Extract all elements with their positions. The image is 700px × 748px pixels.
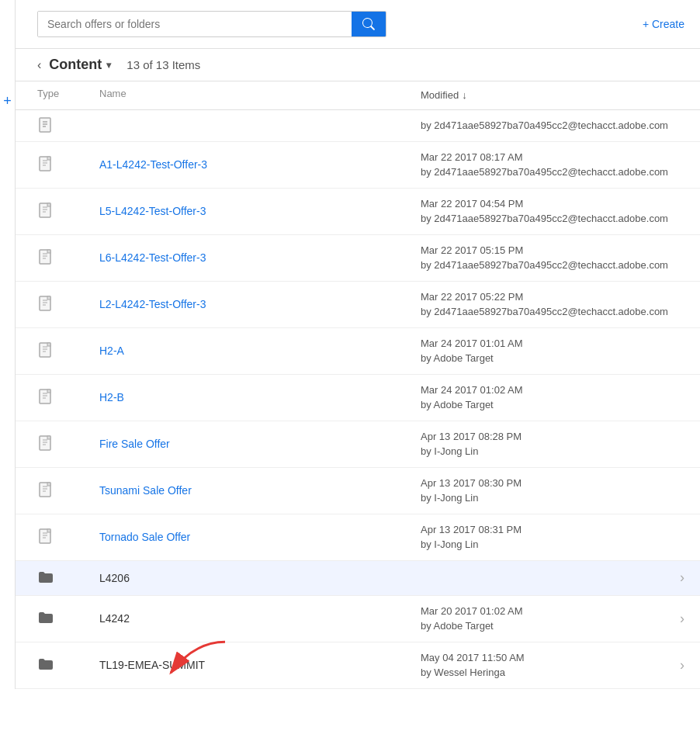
svg-rect-0 <box>40 118 50 132</box>
svg-rect-28 <box>47 343 50 346</box>
row-name[interactable]: Tsunami Sale Offer <box>99 484 421 497</box>
row-modified-by: by Adobe Target <box>421 351 669 366</box>
row-modified: Mar 22 2017 05:22 PM by 2d471aae58927ba7… <box>421 289 669 320</box>
row-modified-by: by Wessel Heringa <box>421 665 669 680</box>
row-name[interactable]: L4242 <box>99 612 421 625</box>
row-modified: Mar 22 2017 05:15 PM by 2d471aae58927ba7… <box>421 243 669 273</box>
row-arrow: › <box>669 657 684 674</box>
table-row[interactable]: Fire Sale Offer Apr 13 2017 08:28 PM by … <box>16 421 700 468</box>
add-icon[interactable]: + <box>3 93 12 109</box>
row-name[interactable]: Tornado Sale Offer <box>99 531 421 543</box>
file-icon <box>37 116 56 135</box>
chevron-right-icon: › <box>680 657 684 674</box>
row-type <box>37 656 99 674</box>
file-icon <box>37 435 56 453</box>
row-modified-date: Mar 22 2017 04:54 PM <box>421 196 669 212</box>
row-modified-by: by Adobe Target <box>421 397 669 413</box>
table-row[interactable]: H2-B Mar 24 2017 01:02 AM by Adobe Targe… <box>16 375 700 421</box>
table-row[interactable]: L6-L4242-Test-Offer-3 Mar 22 2017 05:15 … <box>16 235 700 282</box>
row-name[interactable]: TL19-EMEA-SUMMIT <box>99 659 421 671</box>
table-header: Type Name Modified ↓ <box>16 81 700 110</box>
row-arrow: › <box>669 611 684 627</box>
title-label: Content <box>49 57 102 73</box>
row-name[interactable]: L2-L4242-Test-Offer-3 <box>99 298 421 310</box>
back-button[interactable]: ‹ <box>37 58 41 72</box>
row-modified: by 2d471aae58927ba70a495cc2@techacct.ado… <box>421 118 669 133</box>
row-name[interactable]: A1-L4242-Test-Offer-3 <box>99 158 421 171</box>
row-modified: Mar 20 2017 01:02 AM by Adobe Target <box>421 604 669 634</box>
table-row[interactable]: L5-L4242-Test-Offer-3 Mar 22 2017 04:54 … <box>16 189 700 235</box>
search-bar: + Create <box>16 0 700 49</box>
file-icon <box>37 202 56 220</box>
table-row[interactable]: A1-L4242-Test-Offer-3 Mar 22 2017 08:17 … <box>16 142 700 189</box>
row-type <box>37 528 99 546</box>
svg-rect-43 <box>47 483 50 486</box>
svg-rect-38 <box>47 436 50 439</box>
row-modified: Mar 24 2017 01:01 AM by Adobe Target <box>421 336 669 366</box>
content-dropdown-arrow[interactable]: ▾ <box>106 60 111 71</box>
svg-rect-18 <box>47 250 50 253</box>
row-modified-date: Mar 22 2017 08:17 AM <box>421 150 669 165</box>
row-name[interactable]: H2-B <box>99 391 421 403</box>
folder-icon <box>37 569 56 587</box>
search-button[interactable] <box>352 12 386 36</box>
table-body: A1-L4242-Test-Offer-3 Mar 22 2017 08:17 … <box>16 142 700 689</box>
row-type <box>37 155 99 174</box>
row-type <box>37 341 99 360</box>
row-modified: Apr 13 2017 08:31 PM by I-Jong Lin <box>421 522 669 552</box>
row-name[interactable]: L6-L4242-Test-Offer-3 <box>99 251 421 264</box>
row-modified-by: by Adobe Target <box>421 618 669 634</box>
row-modified-by: by I-Jong Lin <box>421 490 669 506</box>
items-count: 13 of 13 Items <box>126 58 200 71</box>
row-modified-date: Mar 24 2017 01:01 AM <box>421 336 669 351</box>
row-modified: Mar 24 2017 01:02 AM by Adobe Target <box>421 383 669 413</box>
row-modified-date: Apr 13 2017 08:31 PM <box>421 522 669 538</box>
row-modified-date: Apr 13 2017 08:28 PM <box>421 429 669 445</box>
file-icon <box>37 481 56 500</box>
svg-rect-23 <box>47 296 50 300</box>
table-row[interactable]: L2-L4242-Test-Offer-3 Mar 22 2017 05:22 … <box>16 282 700 328</box>
file-icon <box>37 341 56 360</box>
row-name[interactable]: Fire Sale Offer <box>99 438 421 450</box>
row-type-icon <box>37 116 99 135</box>
row-modified-date: May 04 2017 11:50 AM <box>421 650 669 666</box>
table-row[interactable]: L4206 › <box>16 561 700 596</box>
row-modified: May 04 2017 11:50 AM by Wessel Heringa <box>421 650 669 680</box>
row-modified-by: by 2d471aae58927ba70a495cc2@techacct.ado… <box>421 258 669 273</box>
table-row[interactable]: L4242 Mar 20 2017 01:02 AM by Adobe Targ… <box>16 596 700 642</box>
col-type-header: Type <box>37 88 99 103</box>
content-header: ‹ Content ▾ 13 of 13 Items <box>16 49 700 81</box>
file-icon <box>37 248 56 267</box>
row-modified-by: by I-Jong Lin <box>421 444 669 459</box>
row-type <box>37 569 99 587</box>
sidebar-edge: + <box>0 0 16 689</box>
table-row[interactable]: TL19-EMEA-SUMMIT May 04 2017 11:50 AM by… <box>16 642 700 689</box>
chevron-right-icon: › <box>680 611 684 627</box>
search-icon <box>362 18 375 30</box>
col-actions-header <box>669 88 684 103</box>
row-type <box>37 435 99 453</box>
table-row[interactable]: by 2d471aae58927ba70a495cc2@techacct.ado… <box>16 110 700 142</box>
svg-rect-48 <box>47 529 50 532</box>
create-button[interactable]: + Create <box>643 18 684 30</box>
row-modified-by: by 2d471aae58927ba70a495cc2@techacct.ado… <box>421 118 669 133</box>
row-arrow: › <box>669 570 684 586</box>
sort-arrow-icon: ↓ <box>462 88 467 103</box>
row-modified: Mar 22 2017 04:54 PM by 2d471aae58927ba7… <box>421 196 669 227</box>
table-row[interactable]: Tsunami Sale Offer Apr 13 2017 08:30 PM … <box>16 468 700 514</box>
table-row[interactable]: Tornado Sale Offer Apr 13 2017 08:31 PM … <box>16 514 700 561</box>
row-type <box>37 295 99 313</box>
col-modified-header[interactable]: Modified ↓ <box>421 88 669 103</box>
svg-rect-33 <box>47 390 50 393</box>
file-icon <box>37 388 56 407</box>
table-row[interactable]: H2-A Mar 24 2017 01:01 AM by Adobe Targe… <box>16 328 700 375</box>
search-input[interactable] <box>38 12 352 36</box>
row-modified: Apr 13 2017 08:28 PM by I-Jong Lin <box>421 429 669 459</box>
row-name[interactable]: L5-L4242-Test-Offer-3 <box>99 205 421 217</box>
row-name[interactable]: H2-A <box>99 345 421 357</box>
row-name[interactable]: L4206 <box>99 572 421 584</box>
row-modified-by: by 2d471aae58927ba70a495cc2@techacct.ado… <box>421 304 669 320</box>
row-type <box>37 248 99 267</box>
row-modified: Mar 22 2017 08:17 AM by 2d471aae58927ba7… <box>421 150 669 180</box>
col-name-header: Name <box>99 88 421 103</box>
